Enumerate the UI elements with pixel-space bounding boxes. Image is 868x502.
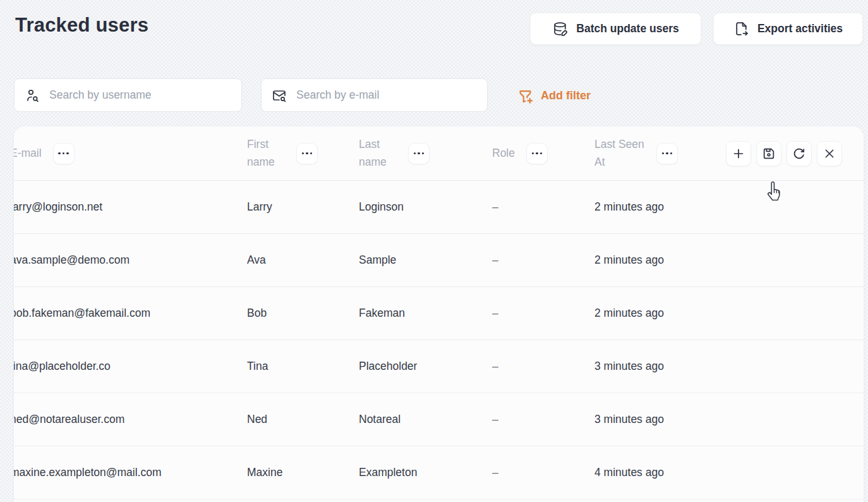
column-header-role: Role	[492, 143, 594, 164]
database-edit-icon	[552, 21, 568, 37]
username-search-input[interactable]	[49, 89, 231, 102]
last-name-column-menu-button[interactable]	[408, 143, 430, 164]
last-seen-column-menu-button[interactable]	[656, 143, 678, 164]
last-name-cell: Loginson	[359, 200, 492, 214]
last-name-cell: Placeholder	[359, 360, 492, 373]
floppy-disk-icon	[762, 147, 776, 161]
tracked-users-table: E-mail First name Last name Role Last Se…	[14, 126, 864, 502]
email-cell: larry@loginson.net	[14, 200, 247, 214]
email-column-menu-button[interactable]	[53, 143, 75, 164]
table-row[interactable]: ned@notarealuser.com Ned Notareal – 3 mi…	[14, 393, 864, 446]
last-seen-cell: 3 minutes ago	[594, 413, 726, 426]
last-seen-cell: 2 minutes ago	[594, 200, 726, 214]
last-name-cell: Exampleton	[359, 466, 492, 479]
username-search-field	[14, 78, 242, 112]
email-cell: bob.fakeman@fakemail.com	[14, 307, 247, 320]
role-cell: –	[492, 254, 594, 267]
table-actions	[726, 141, 864, 166]
file-export-icon	[733, 21, 749, 37]
first-name-cell: Ned	[247, 413, 359, 426]
role-cell: –	[492, 360, 594, 373]
email-search-input[interactable]	[296, 89, 477, 102]
refresh-icon	[792, 147, 806, 161]
mail-search-icon	[272, 88, 287, 103]
column-header-email: E-mail	[14, 143, 247, 164]
table-header-row: E-mail First name Last name Role Last Se…	[14, 126, 864, 181]
page-title: Tracked users	[15, 14, 148, 37]
user-search-icon	[25, 88, 40, 103]
last-seen-cell: 4 minutes ago	[594, 466, 726, 479]
role-cell: –	[492, 200, 594, 214]
last-seen-cell: 2 minutes ago	[594, 307, 726, 320]
table-row[interactable]: larry@loginson.net Larry Loginson – 2 mi…	[14, 181, 864, 234]
role-cell: –	[492, 413, 594, 426]
first-name-cell: Maxine	[247, 466, 359, 479]
email-cell: maxine.exampleton@mail.com	[14, 466, 247, 479]
column-label: First name	[247, 136, 285, 170]
first-name-cell: Tina	[247, 360, 359, 373]
column-label: Role	[492, 145, 515, 162]
email-cell: ned@notarealuser.com	[14, 413, 247, 426]
table-row[interactable]: tina@placeholder.co Tina Placeholder – 3…	[14, 340, 864, 393]
add-filter-label: Add filter	[541, 89, 591, 102]
x-icon	[823, 147, 836, 161]
refresh-button[interactable]	[787, 141, 812, 166]
role-cell: –	[492, 307, 594, 320]
email-search-field	[261, 78, 488, 112]
add-row-button[interactable]	[726, 141, 751, 166]
column-label: Last name	[359, 136, 397, 170]
email-cell: tina@placeholder.co	[14, 360, 247, 373]
export-activities-button[interactable]: Export activities	[713, 13, 863, 45]
first-name-cell: Bob	[247, 307, 359, 320]
last-seen-cell: 2 minutes ago	[594, 254, 726, 267]
batch-update-users-label: Batch update users	[576, 22, 678, 35]
email-cell: ava.sample@demo.com	[14, 254, 247, 267]
save-button[interactable]	[756, 141, 781, 166]
first-name-column-menu-button[interactable]	[296, 143, 318, 164]
export-activities-label: Export activities	[757, 22, 843, 35]
batch-update-users-button[interactable]: Batch update users	[530, 13, 701, 45]
column-label: Last Seen At	[594, 136, 645, 170]
role-cell: –	[492, 466, 594, 479]
first-name-cell: Larry	[247, 200, 359, 214]
close-button[interactable]	[817, 141, 842, 166]
column-header-first-name: First name	[247, 136, 359, 170]
last-name-cell: Sample	[359, 254, 492, 267]
table-row[interactable]: ava.sample@demo.com Ava Sample – 2 minut…	[14, 234, 864, 287]
role-column-menu-button[interactable]	[526, 143, 548, 164]
column-label: E-mail	[14, 145, 42, 162]
plus-icon	[732, 147, 745, 161]
filter-plus-icon	[517, 87, 534, 104]
column-header-last-name: Last name	[359, 136, 492, 170]
last-name-cell: Fakeman	[359, 307, 492, 320]
table-row[interactable]: maxine.exampleton@mail.com Maxine Exampl…	[14, 446, 864, 499]
add-filter-button[interactable]: Add filter	[517, 85, 591, 106]
first-name-cell: Ava	[247, 254, 359, 267]
last-seen-cell: 3 minutes ago	[594, 360, 726, 373]
table-row[interactable]: bob.fakeman@fakemail.com Bob Fakeman – 2…	[14, 287, 864, 340]
column-header-last-seen-at: Last Seen At	[594, 136, 726, 170]
last-name-cell: Notareal	[359, 413, 492, 426]
